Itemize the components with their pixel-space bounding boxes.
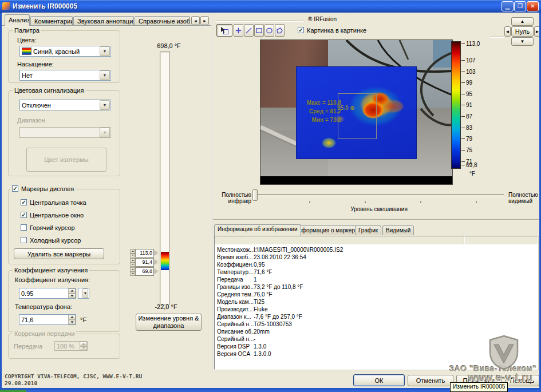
info-row-value: Ti25-10030753 <box>254 320 536 328</box>
chevron-down-icon[interactable]: ▼ <box>100 100 110 110</box>
colors-label: Цвета: <box>17 37 37 43</box>
thermal-min-readout: Мин = 73.8 <box>298 117 341 123</box>
cancel-button[interactable]: Отменить <box>408 375 453 386</box>
info-row-label: Коэффициен... <box>217 261 254 268</box>
checkbox-icon[interactable] <box>298 27 304 33</box>
scale-marker-mid[interactable]: 91,4 <box>130 258 161 267</box>
chevron-down-icon[interactable]: ▼ <box>100 70 110 80</box>
app-icon <box>2 2 10 10</box>
tab-audio-annotation[interactable]: Звуковая аннотация <box>73 16 134 25</box>
spinner-arrows[interactable] <box>68 288 76 298</box>
blend-slider-handle[interactable] <box>252 189 258 201</box>
null-button[interactable]: Нуль <box>511 26 534 37</box>
chevron-down-icon[interactable]: ▼ <box>82 288 88 298</box>
thermal-inset[interactable]: Макс = 110.8 Сред = 81.2 Мин = 73.8 95.0… <box>297 67 416 159</box>
tab-graph[interactable]: График <box>355 225 381 235</box>
spinner-arrows[interactable] <box>68 315 76 324</box>
pointer-icon <box>154 260 157 264</box>
display-markers-checkbox[interactable]: Маркеры дисплея <box>11 185 75 192</box>
center-box-marker[interactable] <box>338 93 377 139</box>
rectangle-icon <box>255 27 263 34</box>
panel-divider <box>212 13 212 373</box>
info-row-value: I:\IMAGES\TI_00000\IR000005.IS2 <box>254 246 536 254</box>
thermal-avg-readout: Сред = 81.2 <box>298 108 341 114</box>
info-row: Коэффициен... 0,95 <box>217 261 536 268</box>
tab-scroll-left-button[interactable]: ◄ <box>191 16 200 25</box>
line-tool-button[interactable] <box>244 24 254 37</box>
toolbar-rule <box>216 21 303 21</box>
color-alarm-select[interactable]: Отключен ▼ <box>19 100 111 110</box>
tab-image-info[interactable]: Информация об изображении <box>214 224 301 236</box>
colorbar-tick: 107 <box>461 58 476 62</box>
tick-mark <box>461 150 465 151</box>
temperature-scale-colorband[interactable] <box>161 252 169 270</box>
scale-marker-max[interactable]: 113,0 <box>130 249 161 258</box>
select-tool-button[interactable] <box>216 24 232 37</box>
section-divider <box>213 219 539 220</box>
tab-marker-info[interactable]: Информация о маркере <box>291 225 362 235</box>
info-header-cell <box>464 236 538 244</box>
checkbox-icon[interactable] <box>21 212 27 218</box>
colorbar-tick: 75 <box>461 148 472 152</box>
tab-reference-images[interactable]: Справочные изобрах <box>135 16 190 25</box>
ellipse-tool-button[interactable] <box>264 24 274 37</box>
picture-in-picture-checkbox[interactable]: Картинка в картинке <box>298 27 366 34</box>
center-box-checkbox[interactable]: Центральное окно <box>21 212 84 219</box>
chevron-down-icon[interactable]: ▼ <box>100 46 110 56</box>
delete-all-markers-button[interactable]: Удалить все маркеры <box>14 248 104 259</box>
info-row-label: Время изоб... <box>217 254 254 261</box>
maximize-button[interactable]: ❐ <box>514 1 526 11</box>
info-row-value: 1 <box>254 276 536 283</box>
checkbox-icon[interactable] <box>21 199 27 205</box>
emissivity-preset-select[interactable]: ▼ <box>78 288 89 299</box>
window-title: Изменить IR000005 <box>13 2 77 10</box>
info-row-value: 23.08.2010 22:36:54 <box>254 254 536 261</box>
change-level-span-button[interactable]: Изменение уровня &диапазона <box>136 314 202 331</box>
minimize-button[interactable]: ▁ <box>501 1 514 11</box>
pan-up-button[interactable]: ▲ <box>511 17 534 26</box>
palette-colors-select[interactable]: Синий, красный ▼ <box>19 46 111 57</box>
spinner-arrows[interactable] <box>130 249 135 258</box>
colorbar-ticks: 113,0 107 103 99 95 <box>461 41 487 171</box>
spinner-arrows[interactable] <box>130 267 135 276</box>
info-row-value: 0,95 <box>254 261 536 268</box>
close-button[interactable]: ✕ <box>527 1 539 11</box>
pan-left-button[interactable]: ◄ <box>504 26 511 37</box>
visible-light-image[interactable]: Макс = 110.8 Сред = 81.2 Мин = 73.8 95.0… <box>260 40 452 184</box>
spinner-arrows[interactable] <box>130 258 135 267</box>
blend-center-label: Уровень смешивания <box>254 206 504 212</box>
polygon-tool-button[interactable] <box>275 24 285 37</box>
tab-comments[interactable]: Комментарии <box>30 16 73 25</box>
point-marker-tool-button[interactable] <box>234 24 243 37</box>
blend-slider-track[interactable] <box>254 194 504 196</box>
ok-button[interactable]: ОК <box>353 374 405 386</box>
center-point-checkbox[interactable]: Центральная точка <box>21 199 86 206</box>
cold-cursor-checkbox[interactable]: Холодный курсор <box>21 237 81 244</box>
rectangle-tool-button[interactable] <box>254 24 264 37</box>
tab-analysis[interactable]: Анализ <box>5 14 30 26</box>
background-temp-input[interactable]: 71,6 <box>19 314 76 325</box>
saturation-label: Насыщение: <box>17 61 54 68</box>
pan-down-button[interactable]: ▼ <box>511 37 534 46</box>
checkbox-icon[interactable] <box>12 185 18 192</box>
scale-max-label: 698,0 °F <box>146 42 192 49</box>
tab-scroll-right-button[interactable]: ► <box>200 16 209 25</box>
dialog-body: Анализ Комментарии Звуковая аннотация Сп… <box>0 13 541 388</box>
emissivity-input[interactable]: 0.95 <box>19 288 76 299</box>
info-row: Температур... 71,6 °F <box>217 268 536 276</box>
checkbox-icon[interactable] <box>21 237 27 243</box>
tab-visible[interactable]: Видимый <box>382 225 414 235</box>
tick-mark <box>461 138 465 139</box>
tick-mark <box>461 105 465 105</box>
help-button[interactable]: Помощь <box>505 375 539 386</box>
info-row-label: Местонахож... <box>217 246 254 254</box>
info-row-value: 71,6 °F <box>254 268 536 276</box>
scale-marker-min[interactable]: 69,8 <box>130 267 161 276</box>
info-row: Диапазон к... -7,6 °F до 257,0 °F <box>217 313 536 320</box>
temperature-colorbar <box>451 41 461 169</box>
saturation-select[interactable]: Нет ▼ <box>19 70 111 81</box>
info-row-label: Средняя тем... <box>217 291 254 298</box>
colorbar-tick: 95 <box>461 92 472 96</box>
colorbar-tick: 91 <box>461 103 472 108</box>
info-row-value: Ti25 <box>254 298 536 306</box>
